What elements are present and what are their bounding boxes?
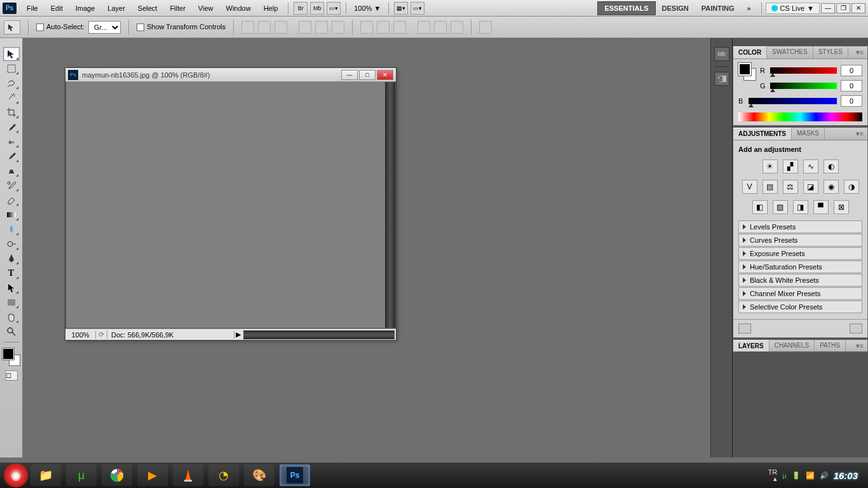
auto-select-dropdown[interactable]: Gr... [88, 21, 121, 34]
window-minimize[interactable]: — [821, 3, 835, 13]
menu-select[interactable]: Select [132, 2, 164, 15]
clone-stamp-tool[interactable] [3, 164, 20, 178]
status-docinfo[interactable]: Doc: 566,9K/566,9K [107, 331, 234, 339]
g-slider[interactable] [770, 83, 837, 89]
menu-edit[interactable]: Edit [44, 2, 69, 15]
g-value[interactable]: 0 [841, 80, 862, 92]
b-slider[interactable] [749, 98, 837, 104]
preset-curves[interactable]: Curves Presets [738, 234, 862, 247]
taskbar-photoshop-icon[interactable]: Ps [280, 464, 310, 486]
foreground-color-swatch[interactable] [3, 348, 14, 360]
history-dock-icon[interactable] [714, 72, 729, 86]
menu-file[interactable]: File [20, 2, 44, 15]
tab-color[interactable]: COLOR [733, 46, 767, 58]
rectangle-tool[interactable] [3, 295, 20, 309]
panel-menu-icon[interactable]: ▾≡ [852, 128, 867, 140]
document-canvas[interactable] [66, 82, 385, 328]
arrange-docs-icon[interactable]: ▦▾ [394, 2, 408, 15]
workspace-design[interactable]: DESIGN [656, 2, 695, 15]
distribute-top-icon[interactable] [360, 21, 373, 34]
hand-tool[interactable] [3, 310, 20, 324]
eyedropper-tool[interactable] [3, 120, 20, 134]
preset-channel-mixer[interactable]: Channel Mixer Presets [738, 287, 862, 300]
taskbar-utorrent-icon[interactable]: µ [66, 464, 97, 486]
lasso-tool[interactable] [3, 76, 20, 90]
preset-exposure[interactable]: Exposure Presets [738, 247, 862, 260]
foreground-background-colors[interactable] [3, 348, 20, 366]
tray-utorrent-icon[interactable]: µ [782, 471, 786, 479]
hue-sat-icon[interactable]: ▤ [763, 180, 778, 194]
align-hcenter-icon[interactable] [315, 21, 328, 34]
doc-maximize[interactable]: □ [359, 70, 376, 80]
screen-mode-icon[interactable]: ▭▾ [327, 2, 341, 15]
workspace-essentials[interactable]: ESSENTIALS [597, 1, 655, 15]
healing-brush-tool[interactable] [3, 135, 20, 149]
history-brush-tool[interactable] [3, 179, 20, 193]
tab-adjustments[interactable]: ADJUSTMENTS [733, 128, 792, 140]
minibridge-dock-icon[interactable]: Mb [714, 47, 729, 61]
distribute-vcenter-icon[interactable] [377, 21, 390, 34]
eraser-tool[interactable] [3, 193, 20, 207]
quick-mask-toggle[interactable]: ◻ [5, 370, 18, 381]
current-tool-icon[interactable] [4, 20, 20, 34]
window-close[interactable]: ✕ [851, 3, 865, 13]
tab-paths[interactable]: PATHS [815, 340, 846, 351]
tab-masks[interactable]: MASKS [792, 128, 825, 140]
tab-swatches[interactable]: SWATCHES [767, 46, 813, 58]
posterize-icon[interactable]: ▨ [773, 200, 788, 214]
threshold-icon[interactable]: ◨ [793, 200, 808, 214]
adj-expand-icon[interactable] [738, 323, 751, 334]
brush-tool[interactable] [3, 149, 20, 163]
r-slider[interactable] [770, 67, 837, 74]
window-restore[interactable]: ❐ [836, 3, 850, 13]
start-button[interactable]: ◉ [4, 463, 28, 487]
tab-styles[interactable]: STYLES [813, 46, 848, 58]
document-titlebar[interactable]: Ps maymun-nb16365.jpg @ 100% (RGB/8#) — … [65, 68, 396, 82]
color-spectrum[interactable] [738, 112, 862, 121]
vibrance-icon[interactable]: V [742, 180, 757, 194]
cs-live-button[interactable]: CS Live ▼ [766, 3, 820, 14]
b-value[interactable]: 0 [841, 95, 862, 107]
tray-battery-icon[interactable]: 🔋 [792, 471, 801, 480]
panel-menu-icon[interactable]: ▾≡ [852, 340, 867, 351]
zoom-tool[interactable] [3, 325, 20, 339]
color-balance-icon[interactable]: ⚖ [783, 180, 798, 194]
brightness-icon[interactable]: ☀ [763, 159, 778, 173]
taskbar-paint-icon[interactable]: 🎨 [244, 464, 275, 486]
move-tool[interactable] [3, 47, 20, 61]
menu-view[interactable]: View [192, 2, 220, 15]
magic-wand-tool[interactable] [3, 91, 20, 105]
show-transform-checkbox[interactable]: Show Transform Controls [137, 23, 226, 31]
align-left-icon[interactable] [299, 21, 311, 34]
status-refresh-icon[interactable]: ⟳ [96, 330, 107, 339]
gradient-map-icon[interactable]: ▀ [813, 200, 829, 214]
minibridge-icon[interactable]: Mb [310, 2, 324, 15]
vertical-scrollbar[interactable] [385, 82, 395, 328]
tab-channels[interactable]: CHANNELS [770, 340, 815, 351]
preset-selective-color[interactable]: Selective Color Presets [738, 301, 862, 313]
preset-bw[interactable]: Black & White Presets [738, 274, 862, 287]
screen-layout-icon[interactable]: ▭▾ [410, 2, 424, 15]
auto-align-icon[interactable] [479, 21, 492, 34]
taskbar-chrome-icon[interactable] [102, 464, 132, 486]
blur-tool[interactable] [3, 222, 20, 236]
doc-close[interactable]: ✕ [377, 70, 393, 80]
distribute-bottom-icon[interactable] [393, 21, 406, 34]
crop-tool[interactable] [3, 105, 20, 119]
tray-clock[interactable]: 16:03 [834, 470, 858, 481]
channel-mixer-icon[interactable]: ◑ [844, 180, 859, 194]
pen-tool[interactable] [3, 252, 20, 266]
distribute-right-icon[interactable] [451, 21, 463, 34]
distribute-left-icon[interactable] [417, 21, 430, 34]
curves-icon[interactable]: ∿ [803, 159, 818, 173]
selective-color-icon[interactable]: ⊠ [834, 200, 849, 214]
zoom-level[interactable]: 100% ▼ [350, 4, 384, 12]
align-top-icon[interactable] [241, 21, 254, 34]
gradient-tool[interactable] [3, 208, 20, 222]
tray-expand-icon[interactable]: ▴ [773, 475, 777, 482]
menu-help[interactable]: Help [257, 2, 285, 15]
tray-network-icon[interactable]: 📶 [806, 471, 815, 480]
menu-window[interactable]: Window [220, 2, 257, 15]
taskbar-wmp-icon[interactable]: ▶ [137, 464, 168, 486]
path-selection-tool[interactable] [3, 281, 20, 295]
